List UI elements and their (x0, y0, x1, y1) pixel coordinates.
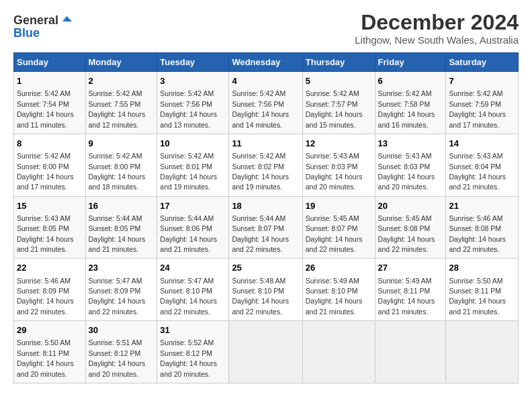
day-info: Sunrise: 5:47 AM Sunset: 8:09 PM Dayligh… (89, 277, 146, 316)
day-cell (302, 321, 375, 383)
day-cell: 10Sunrise: 5:42 AM Sunset: 8:01 PM Dayli… (157, 134, 229, 196)
day-info: Sunrise: 5:43 AM Sunset: 8:03 PM Dayligh… (378, 152, 435, 191)
month-title: December 2024 (355, 11, 519, 34)
day-cell: 17Sunrise: 5:44 AM Sunset: 8:06 PM Dayli… (157, 196, 229, 259)
day-info: Sunrise: 5:44 AM Sunset: 8:05 PM Dayligh… (89, 214, 146, 253)
day-number: 28 (449, 262, 515, 274)
day-cell: 6Sunrise: 5:42 AM Sunset: 7:58 PM Daylig… (375, 72, 446, 134)
day-info: Sunrise: 5:42 AM Sunset: 8:01 PM Dayligh… (160, 152, 217, 191)
day-info: Sunrise: 5:42 AM Sunset: 7:59 PM Dayligh… (449, 89, 506, 128)
day-info: Sunrise: 5:45 AM Sunset: 8:07 PM Dayligh… (306, 214, 363, 253)
day-number: 3 (160, 75, 226, 87)
day-cell: 15Sunrise: 5:43 AM Sunset: 8:05 PM Dayli… (14, 196, 86, 259)
day-number: 14 (449, 138, 515, 150)
col-sunday: Sunday (14, 53, 86, 72)
day-number: 7 (449, 75, 515, 87)
day-cell: 2Sunrise: 5:42 AM Sunset: 7:55 PM Daylig… (85, 72, 157, 134)
day-info: Sunrise: 5:42 AM Sunset: 7:54 PM Dayligh… (17, 89, 74, 128)
day-number: 31 (160, 324, 226, 336)
day-info: Sunrise: 5:43 AM Sunset: 8:03 PM Dayligh… (306, 152, 363, 191)
day-cell: 7Sunrise: 5:42 AM Sunset: 7:59 PM Daylig… (446, 72, 519, 134)
day-number: 25 (232, 262, 299, 274)
day-cell: 12Sunrise: 5:43 AM Sunset: 8:03 PM Dayli… (302, 134, 375, 196)
day-info: Sunrise: 5:48 AM Sunset: 8:10 PM Dayligh… (232, 277, 289, 316)
day-number: 5 (306, 75, 372, 87)
day-number: 23 (89, 262, 154, 274)
logo-bird-icon (60, 15, 72, 27)
day-number: 18 (232, 200, 299, 212)
day-cell: 29Sunrise: 5:50 AM Sunset: 8:11 PM Dayli… (14, 321, 86, 383)
day-info: Sunrise: 5:42 AM Sunset: 7:56 PM Dayligh… (232, 89, 289, 128)
day-cell: 3Sunrise: 5:42 AM Sunset: 7:56 PM Daylig… (157, 72, 229, 134)
day-number: 24 (160, 262, 226, 274)
day-number: 12 (306, 138, 372, 150)
day-cell: 9Sunrise: 5:42 AM Sunset: 8:00 PM Daylig… (85, 134, 157, 196)
logo-general-text: General (13, 13, 58, 28)
day-info: Sunrise: 5:42 AM Sunset: 7:55 PM Dayligh… (89, 89, 146, 128)
day-info: Sunrise: 5:42 AM Sunset: 7:57 PM Dayligh… (306, 89, 363, 128)
week-row-4: 29Sunrise: 5:50 AM Sunset: 8:11 PM Dayli… (14, 321, 519, 383)
day-cell: 30Sunrise: 5:51 AM Sunset: 8:12 PM Dayli… (85, 321, 157, 383)
day-info: Sunrise: 5:46 AM Sunset: 8:09 PM Dayligh… (17, 277, 74, 316)
day-info: Sunrise: 5:50 AM Sunset: 8:11 PM Dayligh… (17, 338, 74, 377)
day-cell: 24Sunrise: 5:47 AM Sunset: 8:10 PM Dayli… (157, 259, 229, 321)
logo-blue-text: Blue (13, 26, 40, 40)
day-cell (229, 321, 302, 383)
day-number: 11 (232, 138, 299, 150)
col-saturday: Saturday (446, 53, 519, 72)
day-cell: 21Sunrise: 5:46 AM Sunset: 8:08 PM Dayli… (446, 196, 519, 259)
day-cell: 8Sunrise: 5:42 AM Sunset: 8:00 PM Daylig… (14, 134, 86, 196)
day-cell: 19Sunrise: 5:45 AM Sunset: 8:07 PM Dayli… (302, 196, 375, 259)
day-info: Sunrise: 5:49 AM Sunset: 8:10 PM Dayligh… (306, 277, 363, 316)
col-wednesday: Wednesday (229, 53, 302, 72)
title-section: December 2024 Lithgow, New South Wales, … (355, 11, 519, 46)
day-number: 21 (449, 200, 515, 212)
day-number: 4 (232, 75, 299, 87)
day-cell: 22Sunrise: 5:46 AM Sunset: 8:09 PM Dayli… (14, 259, 86, 321)
day-cell: 13Sunrise: 5:43 AM Sunset: 8:03 PM Dayli… (375, 134, 446, 196)
day-info: Sunrise: 5:49 AM Sunset: 8:11 PM Dayligh… (378, 277, 435, 316)
location-title: Lithgow, New South Wales, Australia (355, 34, 519, 46)
day-number: 15 (17, 200, 83, 212)
day-info: Sunrise: 5:42 AM Sunset: 8:00 PM Dayligh… (17, 152, 74, 191)
day-info: Sunrise: 5:50 AM Sunset: 8:11 PM Dayligh… (449, 277, 506, 316)
day-number: 30 (89, 324, 154, 336)
day-number: 27 (378, 262, 443, 274)
day-number: 6 (378, 75, 443, 87)
day-cell: 31Sunrise: 5:52 AM Sunset: 8:12 PM Dayli… (157, 321, 229, 383)
day-cell: 18Sunrise: 5:44 AM Sunset: 8:07 PM Dayli… (229, 196, 302, 259)
day-cell: 28Sunrise: 5:50 AM Sunset: 8:11 PM Dayli… (446, 259, 519, 321)
day-number: 1 (17, 75, 83, 87)
header-row: Sunday Monday Tuesday Wednesday Thursday… (14, 53, 519, 72)
day-cell: 4Sunrise: 5:42 AM Sunset: 7:56 PM Daylig… (229, 72, 302, 134)
logo: General Blue (13, 11, 72, 40)
day-cell: 27Sunrise: 5:49 AM Sunset: 8:11 PM Dayli… (375, 259, 446, 321)
week-row-0: 1Sunrise: 5:42 AM Sunset: 7:54 PM Daylig… (14, 72, 519, 134)
col-tuesday: Tuesday (157, 53, 229, 72)
header: General Blue December 2024 Lithgow, New … (13, 11, 519, 46)
day-info: Sunrise: 5:42 AM Sunset: 7:56 PM Dayligh… (160, 89, 217, 128)
day-info: Sunrise: 5:43 AM Sunset: 8:04 PM Dayligh… (449, 152, 506, 191)
day-cell: 23Sunrise: 5:47 AM Sunset: 8:09 PM Dayli… (85, 259, 157, 321)
day-number: 26 (306, 262, 372, 274)
day-number: 2 (89, 75, 154, 87)
day-cell (375, 321, 446, 383)
day-info: Sunrise: 5:42 AM Sunset: 8:02 PM Dayligh… (232, 152, 289, 191)
day-info: Sunrise: 5:42 AM Sunset: 7:58 PM Dayligh… (378, 89, 435, 128)
svg-marker-1 (62, 16, 66, 21)
day-info: Sunrise: 5:47 AM Sunset: 8:10 PM Dayligh… (160, 277, 217, 316)
day-number: 9 (89, 138, 154, 150)
calendar-table: Sunday Monday Tuesday Wednesday Thursday… (13, 52, 519, 383)
day-number: 13 (378, 138, 443, 150)
col-thursday: Thursday (302, 53, 375, 72)
day-info: Sunrise: 5:42 AM Sunset: 8:00 PM Dayligh… (89, 152, 146, 191)
week-row-3: 22Sunrise: 5:46 AM Sunset: 8:09 PM Dayli… (14, 259, 519, 321)
day-cell: 5Sunrise: 5:42 AM Sunset: 7:57 PM Daylig… (302, 72, 375, 134)
day-number: 16 (89, 200, 154, 212)
day-number: 10 (160, 138, 226, 150)
day-cell: 26Sunrise: 5:49 AM Sunset: 8:10 PM Dayli… (302, 259, 375, 321)
week-row-1: 8Sunrise: 5:42 AM Sunset: 8:00 PM Daylig… (14, 134, 519, 196)
day-number: 17 (160, 200, 226, 212)
day-info: Sunrise: 5:52 AM Sunset: 8:12 PM Dayligh… (160, 338, 217, 377)
day-cell: 1Sunrise: 5:42 AM Sunset: 7:54 PM Daylig… (14, 72, 86, 134)
